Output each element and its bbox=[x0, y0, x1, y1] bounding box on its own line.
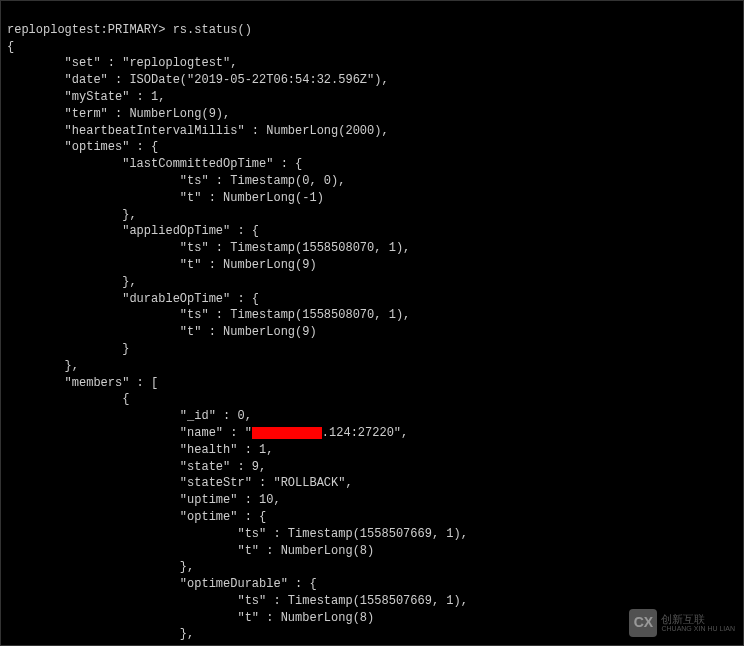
lastcommitted-t: NumberLong(-1) bbox=[223, 191, 324, 205]
field-term: NumberLong(9) bbox=[129, 107, 223, 121]
field-mystate: 1 bbox=[151, 90, 158, 104]
m0-health: 1 bbox=[259, 443, 266, 457]
m0-optime-ts: Timestamp(1558507669, 1) bbox=[288, 527, 461, 541]
watermark: CX 创新互联 CHUANG XIN HU LIAN bbox=[629, 609, 735, 637]
m0-state: 9 bbox=[252, 460, 259, 474]
prompt: reploplogtest:PRIMARY> rs.status() bbox=[7, 23, 252, 37]
durable-t: NumberLong(9) bbox=[223, 325, 317, 339]
m0-optime-t: NumberLong(8) bbox=[281, 544, 375, 558]
m0-statestr: ROLLBACK bbox=[281, 476, 339, 490]
applied-t: NumberLong(9) bbox=[223, 258, 317, 272]
m0-id: 0 bbox=[237, 409, 244, 423]
m0-uptime: 10 bbox=[259, 493, 273, 507]
m0-optimedur-ts: Timestamp(1558507669, 1) bbox=[288, 594, 461, 608]
watermark-logo-icon: CX bbox=[629, 609, 657, 637]
m0-optimedate: ISODate("2019-05-22T06:47:49Z") bbox=[288, 644, 511, 645]
field-set: reploplogtest bbox=[129, 56, 223, 70]
field-heartbeat: NumberLong(2000) bbox=[266, 124, 381, 138]
watermark-text: 创新互联 CHUANG XIN HU LIAN bbox=[661, 613, 735, 633]
redacted-ip-icon: xxxxxxxx bbox=[252, 427, 322, 439]
durable-ts: Timestamp(1558508070, 1) bbox=[230, 308, 403, 322]
lastcommitted-ts: Timestamp(0, 0) bbox=[230, 174, 338, 188]
m0-name-suffix: .124:27220 bbox=[322, 426, 394, 440]
field-date: ISODate("2019-05-22T06:54:32.596Z") bbox=[129, 73, 381, 87]
applied-ts: Timestamp(1558508070, 1) bbox=[230, 241, 403, 255]
m0-optimedur-t: NumberLong(8) bbox=[281, 611, 375, 625]
terminal-output: reploplogtest:PRIMARY> rs.status() { "se… bbox=[1, 1, 743, 645]
